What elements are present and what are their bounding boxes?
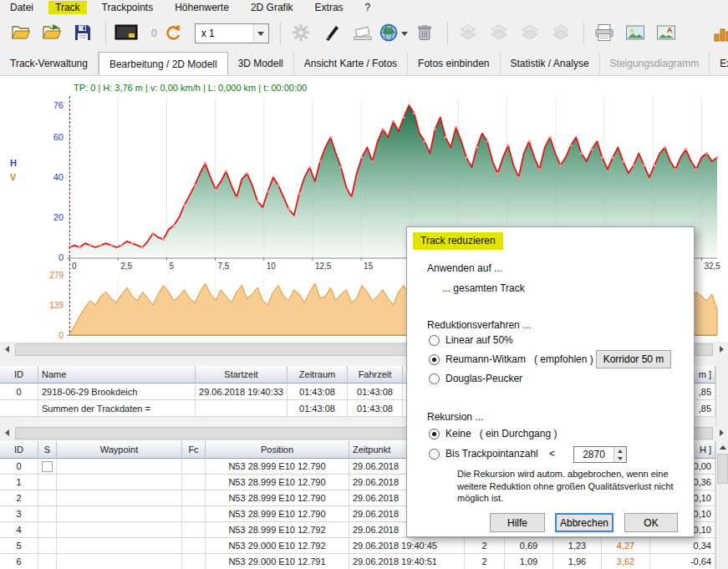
draw-button[interactable] — [318, 19, 346, 48]
track-table-vertical-scrollbar[interactable] — [715, 366, 728, 426]
trackpoint-table-column-header-s[interactable]: S — [38, 441, 57, 459]
zoom-combobox[interactable]: x 1 — [195, 23, 269, 43]
trackpoint-table-column-header-id[interactable]: ID — [0, 441, 38, 459]
menu-item-?[interactable]: ? — [359, 1, 378, 14]
trackpoint-table-cell: 2 — [0, 490, 38, 506]
recursion-option-0[interactable]: Keine ( ein Durchgang ) — [429, 428, 557, 439]
track-table-cell: 01:43:08 — [348, 400, 403, 417]
svg-text:TP: 0 | H: 3,76 m | v: 0,00 km: TP: 0 | H: 3,76 m | v: 0,00 km/h | L: 0,… — [74, 83, 307, 93]
trackpoint-table-column-header-waypoint[interactable]: Waypoint — [57, 441, 182, 459]
trackpoint-table-row-5[interactable]: 5N53 29.000 E10 12.79229.06.2018 19:40:4… — [0, 538, 715, 554]
eraser-button[interactable] — [349, 19, 377, 48]
svg-text:2,5: 2,5 — [120, 262, 132, 271]
trackpoint-table-cell — [38, 506, 57, 522]
abbrechen-button[interactable]: Abbrechen — [555, 513, 613, 532]
globe-button[interactable] — [379, 19, 408, 48]
print-button[interactable] — [590, 19, 619, 48]
trackpoint-table-cell: 0,69 — [505, 538, 553, 554]
tab-ansicht-karte-fotos[interactable]: Ansicht Karte / Fotos — [294, 52, 408, 74]
trackpoint-table-cell: 6 — [0, 554, 38, 569]
recursion-option-1[interactable]: Bis Trackpointanzahl < — [429, 448, 555, 460]
track-table-column-header-id[interactable]: ID — [0, 366, 38, 384]
radio-icon[interactable] — [429, 335, 440, 346]
chevron-down-icon[interactable] — [253, 24, 268, 43]
scroll-right-button[interactable] — [715, 426, 728, 439]
scrollbar-track[interactable] — [716, 454, 728, 569]
save-button[interactable] — [69, 19, 97, 48]
triangle-right-icon — [720, 346, 724, 353]
menu-item-2d-grafik[interactable]: 2D Grafik — [244, 1, 300, 14]
trackpoint-table-row-6[interactable]: 6N53 29.000 E10 12.79129.06.2018 19:40:5… — [0, 554, 715, 569]
tab-statistik-analyse[interactable]: Statistik / Analyse — [501, 52, 600, 74]
trash-icon — [416, 23, 433, 44]
scroll-right-button[interactable] — [715, 343, 728, 356]
scroll-left-button[interactable] — [0, 426, 13, 439]
waypoint-checkbox[interactable] — [42, 461, 53, 472]
track-table-cell: 01:43:08 — [288, 400, 348, 417]
menu-item-track[interactable]: Track — [48, 1, 87, 14]
trackpoint-table-cell — [182, 475, 206, 490]
open-folder-import-button[interactable] — [38, 19, 66, 48]
track-table-cell: 01:43:08 — [288, 384, 348, 400]
tab-track-verwaltung[interactable]: Track-Verwaltung — [0, 52, 99, 74]
chart-button[interactable] — [710, 20, 728, 48]
trackpoint-count-spinner[interactable]: 2870 — [573, 446, 627, 463]
photo-text-icon: A — [656, 23, 676, 44]
track-table-column-header-name[interactable]: Name — [38, 366, 196, 384]
trackpoint-table-column-header-position[interactable]: Position — [206, 441, 349, 459]
dialog-title: Track reduzieren — [413, 232, 503, 250]
menu-item-extras[interactable]: Extras — [308, 1, 350, 14]
tab-fotos-einbinden[interactable]: Fotos einbinden — [408, 52, 500, 74]
trackpoint-table-cell: N53 29.000 E10 12.792 — [206, 538, 349, 554]
save-icon — [74, 23, 92, 44]
trackpoint-table-cell — [57, 506, 182, 522]
spinner-up-button[interactable] — [614, 447, 626, 455]
photo-export-button[interactable] — [621, 19, 649, 48]
track-table-cell — [0, 400, 38, 417]
menu-item-trackpoints[interactable]: Trackpoints — [95, 1, 160, 14]
layer-icon — [489, 23, 509, 44]
trackpoint-table-cell — [38, 459, 57, 475]
track-table-column-header-startzeit[interactable]: Startzeit — [196, 366, 288, 384]
ok-button[interactable]: OK — [624, 513, 678, 532]
svg-text:139: 139 — [49, 301, 64, 310]
hilfe-button[interactable]: Hilfe — [490, 513, 545, 532]
svg-text:15: 15 — [364, 262, 374, 271]
track-table-column-header-zeitraum[interactable]: Zeitraum — [288, 366, 348, 384]
trackpoint-table-column-header-fc[interactable]: Fc — [182, 441, 206, 459]
undo-button[interactable] — [159, 19, 187, 48]
tab-exp[interactable]: Exp — [710, 52, 728, 74]
radio-icon[interactable] — [429, 373, 440, 384]
trackpoint-table-cell — [57, 522, 182, 538]
scrollbar-thumb[interactable] — [717, 454, 728, 484]
radio-icon[interactable] — [429, 449, 440, 460]
trackpoint-table-cell — [182, 554, 206, 569]
open-folder-icon — [11, 23, 31, 44]
scroll-up-button[interactable] — [716, 441, 728, 454]
tab-3d-modell[interactable]: 3D Modell — [228, 52, 294, 74]
snapshot-button[interactable] — [112, 19, 140, 48]
trash-button[interactable] — [410, 19, 439, 48]
svg-text:40: 40 — [53, 172, 64, 182]
radio-icon[interactable] — [429, 429, 440, 439]
trackpoint-table-vertical-scrollbar[interactable] — [715, 441, 728, 569]
trackpoint-table-cell: 3,62 — [602, 554, 650, 569]
menu-item-höhenwerte[interactable]: Höhenwerte — [168, 1, 236, 14]
open-folder-button[interactable] — [7, 19, 35, 48]
scroll-left-button[interactable] — [0, 343, 13, 356]
radio-icon[interactable] — [429, 354, 440, 365]
tab-bearbeitung-2d-modell[interactable]: Bearbeitung / 2D Modell — [99, 52, 228, 76]
track-table-column-header-fahrzeit[interactable]: Fahrzeit — [348, 366, 403, 384]
korridor-button[interactable]: Korridor 50 m — [596, 350, 671, 368]
globe-icon — [379, 23, 399, 45]
method-option-2[interactable]: Douglas-Peucker — [429, 373, 522, 384]
trackpoint-table-cell — [182, 522, 206, 538]
method-option-0[interactable]: Linear auf 50% — [429, 334, 513, 346]
menu-item-datei[interactable]: Datei — [3, 1, 40, 14]
method-section-label: Reduktionsverfahren ... — [427, 319, 531, 331]
svg-text:60: 60 — [53, 132, 64, 142]
spinner-down-button[interactable] — [614, 455, 626, 462]
layer-button — [547, 19, 575, 48]
photo-text-button[interactable]: A — [652, 19, 680, 48]
method-option-1[interactable]: Reumann-Witkam ( empfohlen ) — [429, 353, 593, 365]
